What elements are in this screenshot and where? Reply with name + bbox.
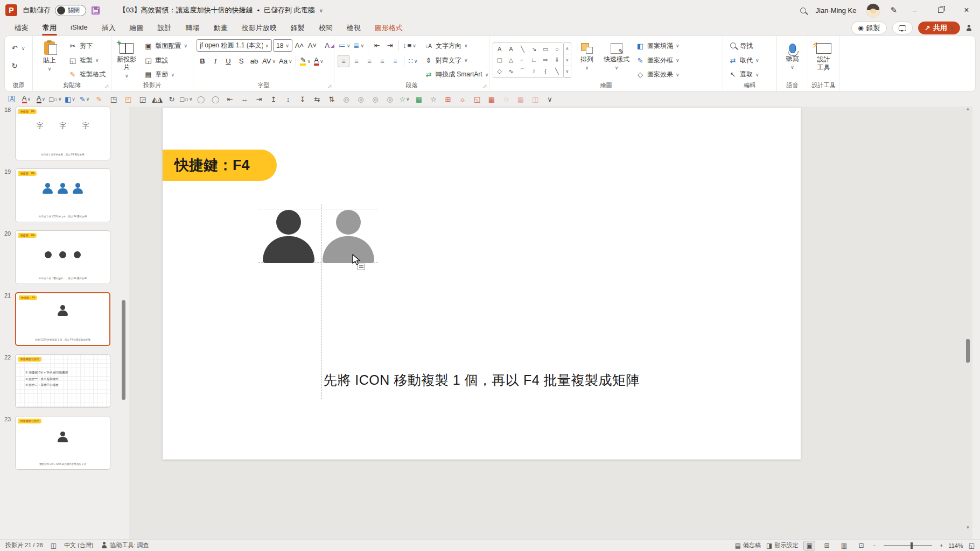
- zoom-slider[interactable]: [884, 545, 932, 546]
- align-bottom-icon[interactable]: ↧ ∨: [296, 93, 309, 105]
- numbering-button[interactable]: ≣∨: [353, 39, 366, 52]
- shape-glyph-icon[interactable]: ▭: [543, 46, 548, 53]
- reset-button[interactable]: ◲ 重設: [142, 54, 190, 67]
- language-indicator[interactable]: 中文 (台灣): [64, 541, 93, 549]
- paste-button[interactable]: 貼上 ∨: [36, 39, 63, 81]
- more-commands-icon[interactable]: ∨ ∨: [543, 93, 556, 105]
- search-icon[interactable]: [800, 8, 806, 13]
- gallery-scroll[interactable]: ∧ ∨ ∨: [564, 43, 571, 78]
- picture-icon[interactable]: ▦ ∨: [485, 93, 498, 105]
- shape-glyph-icon[interactable]: ╲: [555, 68, 559, 75]
- merge-fragment-icon[interactable]: ◎ ∨: [340, 93, 353, 105]
- crop-icon[interactable]: ◱ ∨: [471, 93, 484, 105]
- font-color-button[interactable]: A∨: [313, 55, 325, 67]
- slideshow-view-button[interactable]: ⊡: [855, 541, 867, 550]
- align-right-icon[interactable]: ⇥ ∨: [253, 93, 265, 105]
- rotate-icon[interactable]: ↻ ∨: [165, 93, 178, 105]
- clear-formatting-button[interactable]: A◢: [324, 39, 335, 52]
- grow-font-button[interactable]: A˄: [293, 39, 305, 52]
- close-button[interactable]: ×: [958, 5, 975, 15]
- person-shape-light[interactable]: [323, 210, 374, 263]
- shape-glyph-icon[interactable]: ⌐: [521, 56, 524, 63]
- justify-button[interactable]: ≡: [376, 55, 388, 67]
- record-button[interactable]: ◉ 錄製: [851, 22, 886, 34]
- slide-thumbnail-22[interactable]: 快捷鍵組合技巧 ① 快捷鍵 Ctrl + Shift 的功能疊加② 組合一：水平…: [15, 354, 110, 408]
- shape-glyph-icon[interactable]: ≀: [533, 68, 535, 75]
- display-settings-button[interactable]: ◨ 顯示設定: [766, 541, 798, 549]
- tab-animations[interactable]: 動畫: [207, 21, 235, 35]
- designer-button[interactable]: 設計工具: [811, 39, 836, 81]
- shape-effects-button[interactable]: ◇ 圖案效果 ∨: [634, 68, 682, 81]
- tab-draw[interactable]: 繪圖: [123, 21, 151, 35]
- shape-glyph-icon[interactable]: {: [544, 68, 547, 74]
- minimize-button[interactable]: –: [907, 6, 923, 15]
- align-center-icon[interactable]: ↔ ∨: [238, 93, 251, 105]
- shape-fill-button[interactable]: ◧ 圖案填滿 ∨: [634, 39, 682, 53]
- quick-styles-button[interactable]: 快速樣式 ∨: [603, 39, 631, 81]
- shape-glyph-icon[interactable]: ⌒: [520, 67, 526, 75]
- shape-outline-icon[interactable]: ✎ ∨: [78, 93, 91, 105]
- tab-record[interactable]: 錄製: [284, 21, 312, 35]
- underline-button[interactable]: U: [222, 55, 234, 67]
- line-spacing-button[interactable]: ↕≡∨: [402, 39, 417, 52]
- thumbnail-panel-scrollbar[interactable]: [122, 300, 125, 400]
- distribute-horizontal-icon[interactable]: ⇆ ∨: [311, 93, 324, 105]
- bullets-button[interactable]: ≔∨: [338, 39, 352, 52]
- strikethrough-button[interactable]: ab: [248, 55, 260, 67]
- undo-button[interactable]: ↶ ∨: [8, 41, 27, 55]
- replace-button[interactable]: ⇄ 取代 ∨: [726, 54, 761, 67]
- ink-pen-icon[interactable]: ✎: [890, 5, 897, 15]
- slide-editing-surface[interactable]: 快捷鍵：F4 先將 ICON 移動複製 1 個，再以 F4 批量複製成矩陣: [163, 108, 801, 460]
- dialog-launcher-icon[interactable]: ◿: [104, 83, 108, 89]
- scrollbar-thumb[interactable]: [966, 339, 970, 363]
- document-title[interactable]: 【03】高效習慣：讓速度加快十倍的快捷鍵 • 已儲存到 此電腦 ∨: [119, 5, 323, 15]
- shape-glyph-icon[interactable]: A: [509, 46, 513, 52]
- zoom-in-button[interactable]: +: [940, 542, 943, 549]
- align-text-button[interactable]: ⇕ 對齊文字 ∨: [422, 54, 491, 67]
- layout-grid-icon[interactable]: ⊞ ∨: [442, 93, 454, 105]
- convert-smartart-button[interactable]: ⇄ 轉換成 SmartArt ∨: [422, 68, 491, 81]
- shape-glyph-icon[interactable]: ↘: [531, 46, 536, 53]
- redo-button[interactable]: ↻: [8, 59, 27, 73]
- zoom-out-button[interactable]: −: [872, 542, 876, 549]
- dialog-launcher-icon[interactable]: ◿: [327, 83, 331, 89]
- character-spacing-button[interactable]: AV∨: [261, 55, 277, 67]
- tab-islide[interactable]: iSlide: [64, 21, 95, 35]
- scroll-down-icon[interactable]: ▼: [964, 525, 971, 530]
- distribute-text-button[interactable]: ≡: [389, 55, 401, 67]
- merge-union-icon[interactable]: ◯ ∨: [194, 93, 207, 105]
- font-name-select[interactable]: jf open 粉圓 1.1 (本文) ∨: [197, 39, 272, 52]
- shape-glyph-icon[interactable]: ⇨: [543, 56, 548, 63]
- person-shape-dark[interactable]: [263, 210, 314, 263]
- tab-insert[interactable]: 插入: [95, 21, 123, 35]
- share-button[interactable]: ↗ 共用 ∨: [918, 22, 960, 34]
- section-button[interactable]: ▤ 章節 ∨: [142, 68, 190, 81]
- gallery-up-icon[interactable]: ∧: [564, 43, 571, 54]
- font-color-icon[interactable]: A ∨: [20, 93, 33, 105]
- send-backward-icon[interactable]: ◲ ∨: [136, 93, 149, 105]
- star-insert-icon[interactable]: ☆ ∨: [398, 93, 411, 105]
- align-middle-icon[interactable]: ↕ ∨: [282, 93, 295, 105]
- bold-button[interactable]: B: [197, 55, 208, 67]
- layout-button[interactable]: ▣ 版面配置 ∨: [142, 39, 190, 53]
- tab-transitions[interactable]: 轉場: [179, 21, 207, 35]
- layout-faded-icon[interactable]: ◫ ∨: [529, 93, 542, 105]
- bring-forward-icon[interactable]: ◳ ∨: [107, 93, 120, 105]
- scroll-up-icon[interactable]: ▲: [964, 107, 971, 111]
- collapse-ribbon-icon[interactable]: ∧: [831, 83, 835, 89]
- slide-caption-text[interactable]: 先將 ICON 移動複製 1 個，再以 F4 批量複製成矩陣: [163, 371, 801, 389]
- format-painter-button[interactable]: ✎ 複製格式: [66, 68, 108, 81]
- format-painter-icon[interactable]: ✎ ∨: [93, 93, 106, 105]
- tab-view[interactable]: 檢視: [340, 21, 368, 35]
- fit-to-window-icon[interactable]: ◱: [969, 542, 975, 549]
- slide-thumbnail-23[interactable]: 快捷鍵組合技巧 實際示範 Ctrl + Shift 組合鍵的使用過程 1 次: [15, 416, 110, 470]
- shape-glyph-icon[interactable]: ⇩: [555, 56, 559, 63]
- merge-combine-icon[interactable]: ◯ ∨: [209, 93, 222, 105]
- zoom-slider-thumb[interactable]: [911, 542, 913, 549]
- new-slide-button[interactable]: 新投影片 ∨: [115, 39, 138, 81]
- normal-view-button[interactable]: ▣: [803, 541, 815, 550]
- picture-faded-icon[interactable]: ▦ ∨: [514, 93, 527, 105]
- animation-pin-icon[interactable]: ▦ ∨: [412, 93, 425, 105]
- slide-thumbnail-20[interactable]: 快捷鍵：F4 先完成 1 個「圓點變色」，再以 F4 重複套用: [15, 230, 110, 284]
- spellcheck-icon[interactable]: ◫: [51, 542, 57, 549]
